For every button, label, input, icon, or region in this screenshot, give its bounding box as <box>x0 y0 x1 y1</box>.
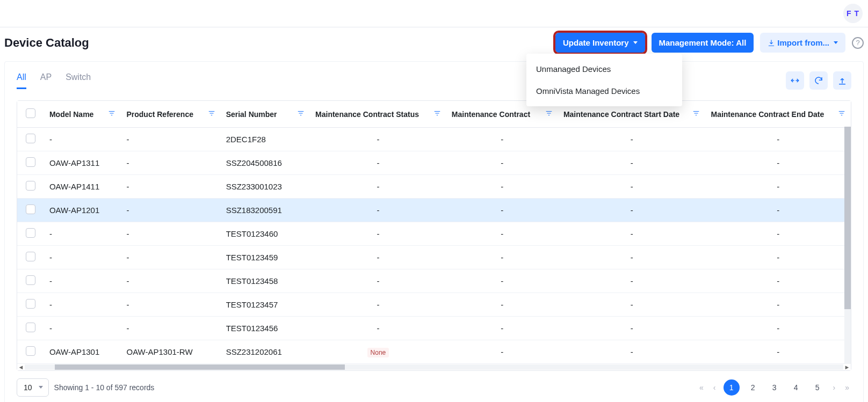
cell-model: OAW-AP1411 <box>44 175 121 199</box>
page-title: Device Catalog <box>4 36 89 50</box>
next-page-button[interactable]: › <box>831 381 838 394</box>
table-row[interactable]: --2DEC1F28---- <box>17 128 851 151</box>
tab-ap[interactable]: AP <box>40 72 52 89</box>
row-checkbox[interactable] <box>26 346 35 356</box>
row-checkbox[interactable] <box>26 134 35 143</box>
page-1[interactable]: 1 <box>724 379 740 396</box>
cell-model: - <box>44 317 121 340</box>
filter-icon[interactable] <box>838 109 845 119</box>
cell-mced: - <box>705 293 851 317</box>
filter-icon[interactable] <box>692 109 700 119</box>
cell-mc: - <box>446 199 558 222</box>
refresh-button[interactable] <box>809 71 828 90</box>
pagination: « ‹ 12345 › » <box>697 379 851 396</box>
vertical-scrollbar[interactable] <box>844 127 851 364</box>
table-row[interactable]: OAW-AP1301OAW-AP1301-RWSSZ231202061None-… <box>17 340 851 364</box>
cell-mcsd: - <box>558 293 706 317</box>
row-checkbox[interactable] <box>26 181 35 191</box>
first-page-button[interactable]: « <box>697 381 706 394</box>
page-4[interactable]: 4 <box>788 379 804 396</box>
filter-icon[interactable] <box>545 109 553 119</box>
tab-switch[interactable]: Switch <box>66 72 91 89</box>
fit-columns-button[interactable] <box>786 71 804 90</box>
cell-mcs: - <box>310 128 446 151</box>
page-2[interactable]: 2 <box>745 379 761 396</box>
row-checkbox[interactable] <box>26 275 35 285</box>
table-row[interactable]: --TEST0123459---- <box>17 246 851 269</box>
cell-serial: SSZ204500816 <box>221 151 310 175</box>
table-row[interactable]: --TEST0123456---- <box>17 317 851 340</box>
cell-mc: - <box>446 293 558 317</box>
scroll-right-button[interactable]: ► <box>843 364 851 370</box>
management-mode-label: Management Mode: All <box>659 38 747 47</box>
filter-icon[interactable] <box>208 109 215 119</box>
cell-serial: SSZ233001023 <box>221 175 310 199</box>
col-header[interactable]: Maintenance Contract End Date <box>705 101 851 128</box>
table-row[interactable]: OAW-AP1411-SSZ233001023---- <box>17 175 851 199</box>
tab-all[interactable]: All <box>17 72 26 89</box>
export-button[interactable] <box>833 71 851 90</box>
select-all-checkbox[interactable] <box>26 108 35 118</box>
prev-page-button[interactable]: ‹ <box>711 381 718 394</box>
cell-mcs: - <box>310 199 446 222</box>
row-checkbox[interactable] <box>26 323 35 332</box>
cell-ref: - <box>121 246 220 269</box>
col-header-label: Maintenance Contract End Date <box>711 110 824 119</box>
cell-serial: TEST0123456 <box>221 317 310 340</box>
cell-model: OAW-AP1201 <box>44 199 121 222</box>
dropdown-item-omnivista[interactable]: OmniVista Managed Devices <box>526 80 682 102</box>
cell-mcsd: - <box>558 128 706 151</box>
user-avatar[interactable]: F T <box>843 4 863 23</box>
cell-ref: - <box>121 293 220 317</box>
cell-mcs: - <box>310 151 446 175</box>
cell-mc: - <box>446 317 558 340</box>
cell-serial: TEST0123459 <box>221 246 310 269</box>
row-checkbox[interactable] <box>26 228 35 238</box>
page-5[interactable]: 5 <box>809 379 826 396</box>
cell-mced: - <box>705 175 851 199</box>
col-header[interactable]: Maintenance Contract Status <box>310 101 446 128</box>
cell-ref: OAW-AP1301-RW <box>121 340 220 364</box>
import-from-button[interactable]: Import from... <box>760 33 845 53</box>
tabs: AllAPSwitch <box>17 72 91 89</box>
table-row[interactable]: OAW-AP1201-SSZ183200591---- <box>17 199 851 222</box>
col-header[interactable]: Product Reference <box>121 101 220 128</box>
table-row[interactable]: --TEST0123458---- <box>17 269 851 293</box>
cell-mcsd: - <box>558 269 706 293</box>
row-checkbox[interactable] <box>26 204 35 214</box>
col-header[interactable]: Model Name <box>44 101 121 128</box>
scroll-left-button[interactable]: ◄ <box>17 364 25 370</box>
table-row[interactable]: --TEST0123460---- <box>17 222 851 246</box>
row-checkbox[interactable] <box>26 252 35 261</box>
cell-serial: TEST0123457 <box>221 293 310 317</box>
cell-model: - <box>44 269 121 293</box>
record-count-text: Showing 1 - 10 of 597 records <box>54 383 155 392</box>
horizontal-scrollbar[interactable] <box>25 364 843 370</box>
filter-icon[interactable] <box>297 109 305 119</box>
cell-model: OAW-AP1311 <box>44 151 121 175</box>
col-header-label: Maintenance Contract <box>452 110 530 119</box>
last-page-button[interactable]: » <box>843 381 851 394</box>
cell-serial: 2DEC1F28 <box>221 128 310 151</box>
cell-ref: - <box>121 222 220 246</box>
page-size-select[interactable]: 10 <box>17 378 49 397</box>
update-inventory-dropdown: Unmanaged Devices OmniVista Managed Devi… <box>526 54 682 106</box>
management-mode-button[interactable]: Management Mode: All <box>652 33 754 53</box>
col-header[interactable]: Serial Number <box>221 101 310 128</box>
cell-mcs: - <box>310 222 446 246</box>
row-checkbox[interactable] <box>26 299 35 309</box>
cell-model: - <box>44 246 121 269</box>
filter-icon[interactable] <box>108 109 115 119</box>
filter-icon[interactable] <box>433 109 441 119</box>
cell-mcs: - <box>310 175 446 199</box>
table-row[interactable]: --TEST0123457---- <box>17 293 851 317</box>
table-row[interactable]: OAW-AP1311-SSZ204500816---- <box>17 151 851 175</box>
help-icon[interactable]: ? <box>852 37 864 49</box>
cell-ref: - <box>121 128 220 151</box>
cell-mced: - <box>705 222 851 246</box>
dropdown-item-unmanaged[interactable]: Unmanaged Devices <box>526 58 682 80</box>
row-checkbox[interactable] <box>26 157 35 167</box>
update-inventory-button[interactable]: Update Inventory <box>555 33 645 53</box>
cell-ref: - <box>121 151 220 175</box>
page-3[interactable]: 3 <box>766 379 783 396</box>
